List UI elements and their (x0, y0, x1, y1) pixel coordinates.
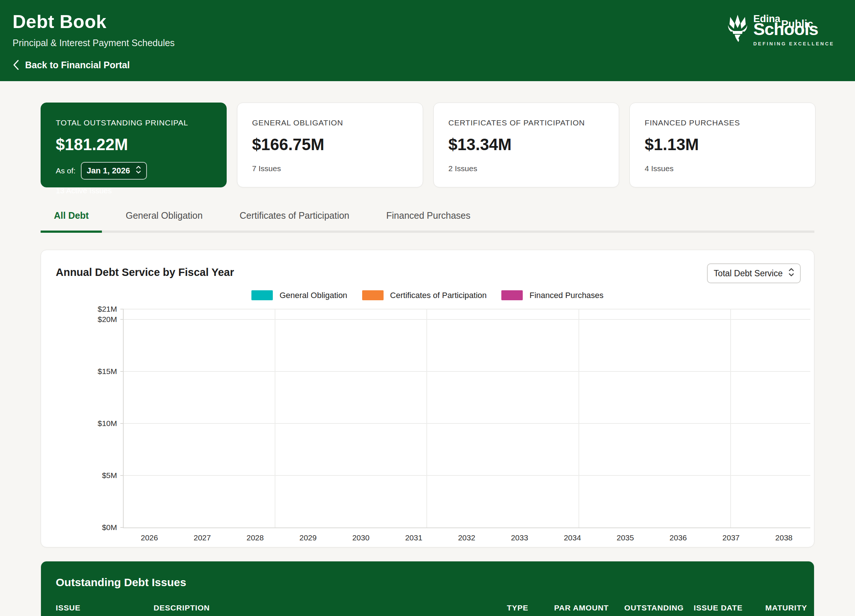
bar-group-2027 (276, 309, 427, 527)
tab-certificates-of-participation[interactable]: Certificates of Participation (226, 210, 363, 233)
card-label: GENERAL OBLIGATION (252, 118, 408, 127)
outstanding-debt-issues-card: Outstanding Debt Issues ISSUE DESCRIPTIO… (41, 561, 814, 616)
back-link-label: Back to Financial Portal (25, 60, 130, 70)
card-certificates-of-participation: CERTIFICATES OF PARTICIPATION $13.34M 2 … (434, 102, 619, 187)
legend-label: Certificates of Participation (390, 290, 487, 300)
bar-group-2028 (427, 309, 579, 527)
card-value: $181.22M (56, 135, 211, 154)
column-header-maturity: MATURITY (765, 604, 807, 612)
column-header-par-amount: PAR AMOUNT (554, 604, 624, 612)
card-label: FINANCED PURCHASES (645, 118, 800, 127)
legend-label: Financed Purchases (529, 290, 604, 300)
x-axis-label-2030: 2030 (334, 533, 387, 542)
tab-financed-purchases[interactable]: Financed Purchases (373, 210, 484, 233)
y-tick-mark (120, 309, 124, 309)
x-axis-label-2028: 2028 (228, 533, 281, 542)
x-axis-label-2031: 2031 (387, 533, 440, 542)
y-tick-label: $21M (98, 305, 117, 313)
card-sub: 13 Active Issues (56, 186, 211, 195)
y-tick-mark (120, 319, 124, 320)
x-axis-label-2037: 2037 (705, 533, 757, 542)
y-tick-mark (120, 475, 124, 476)
summary-cards-row: TOTAL OUTSTANDING PRINCIPAL $181.22M As … (41, 102, 815, 187)
x-axis-label-2034: 2034 (546, 533, 599, 542)
chart-title: Annual Debt Service by Fiscal Year (56, 266, 814, 278)
legend-item: Financed Purchases (501, 290, 604, 300)
legend-swatch-certificates-of-participation (362, 290, 383, 300)
card-financed-purchases: FINANCED PURCHASES $1.13M 4 Issues (630, 102, 815, 187)
card-total-outstanding-principal: TOTAL OUTSTANDING PRINCIPAL $181.22M As … (41, 102, 227, 187)
table-title: Outstanding Debt Issues (56, 576, 799, 589)
legend-item: General Obligation (251, 290, 347, 300)
x-axis-label-2032: 2032 (440, 533, 493, 542)
tab-all-debt[interactable]: All Debt (41, 210, 102, 233)
card-label: TOTAL OUTSTANDING PRINCIPAL (56, 118, 211, 127)
x-axis-label-2033: 2033 (493, 533, 546, 542)
page-subtitle: Principal & Interest Payment Schedules (12, 38, 834, 48)
y-tick-label: $5M (102, 471, 117, 480)
y-tick-mark (120, 423, 124, 424)
debt-type-tabs: All Debt General Obligation Certificates… (41, 210, 814, 233)
y-tick-label: $10M (98, 419, 117, 428)
chart-x-axis-labels: 2026202720282029203020312032203320342035… (123, 533, 811, 542)
chevron-updown-icon (136, 165, 141, 176)
card-value: $13.34M (449, 135, 604, 154)
as-of-date-value: Jan 1, 2026 (87, 166, 130, 176)
card-label: CERTIFICATES OF PARTICIPATION (449, 118, 604, 127)
chart-plot-area: $21M$20M$15M$10M$5M$0M (123, 309, 811, 528)
y-tick-label: $20M (98, 315, 117, 324)
x-axis-label-2026: 2026 (123, 533, 176, 542)
chart-view-select-value: Total Debt Service (714, 269, 783, 278)
card-sub: 4 Issues (645, 164, 800, 173)
column-header-issue-date: ISSUE DATE (694, 604, 765, 612)
card-general-obligation: GENERAL OBLIGATION $166.75M 7 Issues (237, 102, 423, 187)
chevron-left-icon (12, 60, 19, 70)
y-tick-label: $0M (102, 523, 117, 532)
logo-word-public: Public (781, 19, 813, 29)
legend-item: Certificates of Participation (362, 290, 487, 300)
y-tick-label: $15M (98, 367, 117, 376)
legend-swatch-financed-purchases (501, 290, 523, 300)
bar-groups (124, 309, 811, 527)
card-sub: 7 Issues (252, 164, 408, 173)
back-to-portal-link[interactable]: Back to Financial Portal (12, 60, 130, 70)
as-of-date-select[interactable]: Jan 1, 2026 (81, 162, 147, 180)
app-header: Debt Book Principal & Interest Payment S… (0, 0, 855, 81)
bar-group-2030 (731, 309, 855, 527)
x-axis-label-2035: 2035 (599, 533, 651, 542)
bar-group-2026 (124, 309, 276, 527)
legend-swatch-general-obligation (251, 290, 273, 300)
column-header-description: DESCRIPTION (153, 604, 507, 612)
chart-legend: General ObligationCertificates of Partic… (41, 290, 814, 300)
x-axis-label-2027: 2027 (176, 533, 228, 542)
column-header-issue: ISSUE (56, 604, 153, 612)
crown-crest-icon (726, 14, 749, 47)
logo-tagline: DEFINING EXCELLENCE (753, 41, 834, 46)
card-sub: 2 Issues (449, 164, 604, 173)
tab-general-obligation[interactable]: General Obligation (112, 210, 216, 233)
column-header-outstanding: OUTSTANDING (624, 604, 694, 612)
card-value: $166.75M (252, 135, 408, 154)
table-column-headers: ISSUE DESCRIPTION TYPE PAR AMOUNT OUTSTA… (56, 589, 799, 616)
card-value: $1.13M (645, 135, 800, 154)
y-tick-mark (120, 527, 124, 528)
bar-group-2029 (579, 309, 731, 527)
x-axis-label-2038: 2038 (757, 533, 811, 542)
chart-view-select[interactable]: Total Debt Service (707, 263, 801, 283)
legend-label: General Obligation (279, 290, 347, 300)
annual-debt-service-chart-card: Annual Debt Service by Fiscal Year Total… (41, 250, 814, 547)
table-header: Outstanding Debt Issues ISSUE DESCRIPTIO… (41, 561, 814, 616)
x-axis-label-2036: 2036 (651, 533, 704, 542)
column-header-type: TYPE (507, 604, 554, 612)
y-tick-mark (120, 371, 124, 372)
page-title: Debt Book (12, 11, 834, 32)
as-of-label: As of: (56, 167, 76, 175)
district-logo: Edina Public Schools DEFINING EXCELLENCE (726, 14, 834, 47)
x-axis-label-2029: 2029 (282, 533, 334, 542)
chevron-updown-icon (789, 267, 794, 279)
